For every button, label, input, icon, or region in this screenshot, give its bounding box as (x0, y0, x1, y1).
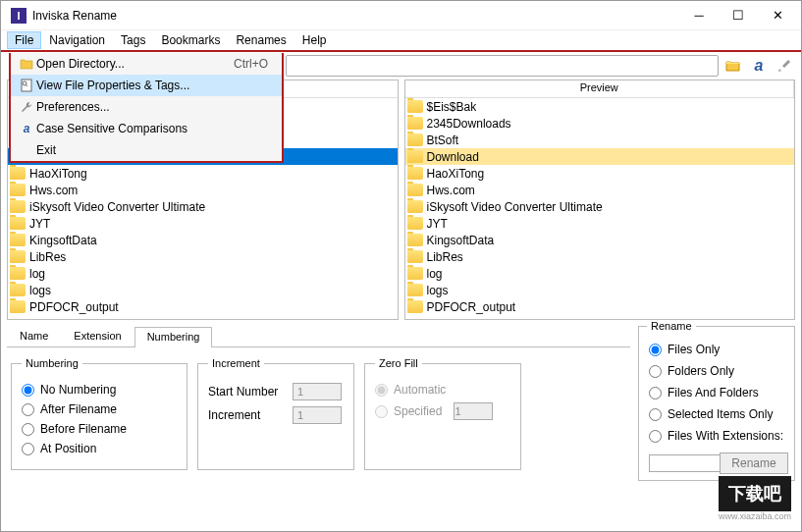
file-name-label: $Eis$Bak (427, 100, 477, 114)
letter-a-icon: a (17, 122, 36, 135)
right-file-list[interactable]: $Eis$Bak2345DownloadsBtSoftDownloadHaoXi… (405, 98, 795, 319)
list-item[interactable]: iSkysoft Video Converter Ultimate (405, 198, 795, 215)
folder-icon (407, 234, 423, 246)
properties-icon (17, 79, 36, 92)
case-toggle-button[interactable]: a (748, 55, 770, 77)
app-icon: I (11, 8, 27, 24)
file-name-label: Hws.com (29, 184, 78, 197)
menu-open-directory[interactable]: Open Directory... Ctrl+O (11, 53, 282, 75)
file-menu-dropdown: Open Directory... Ctrl+O View File Prope… (9, 53, 284, 163)
list-item[interactable]: HaoXiTong (8, 165, 398, 182)
menu-case-sensitive[interactable]: a Case Sensitive Comparisons (11, 118, 282, 139)
tab-extension[interactable]: Extension (61, 326, 134, 346)
list-item[interactable]: $Eis$Bak (405, 98, 795, 115)
radio-no-numbering[interactable]: No Numbering (22, 383, 177, 397)
folder-icon (10, 284, 26, 296)
tab-name[interactable]: Name (7, 326, 61, 346)
increment-input[interactable] (293, 406, 342, 424)
right-pane-header: Preview (405, 80, 795, 98)
radio-before-filename[interactable]: Before Filename (22, 422, 177, 436)
tab-numbering[interactable]: Numbering (134, 327, 213, 347)
file-name-label: HaoXiTong (427, 167, 485, 181)
radio-selected-only[interactable]: Selected Items Only (649, 407, 784, 421)
numbering-group: Numbering No Numbering After Filename Be… (11, 357, 187, 470)
menu-file[interactable]: File (7, 31, 41, 49)
list-item[interactable]: iSkysoft Video Converter Ultimate (8, 198, 398, 215)
file-name-label: LibRes (427, 250, 463, 264)
menu-tags[interactable]: Tags (113, 31, 153, 49)
folder-icon (407, 250, 423, 263)
open-folder-button[interactable] (722, 55, 744, 77)
list-item[interactable]: log (8, 265, 398, 282)
menu-renames[interactable]: Renames (228, 31, 294, 49)
menu-bookmarks[interactable]: Bookmarks (153, 31, 228, 49)
file-name-label: JYT (427, 217, 448, 231)
list-item[interactable]: 2345Downloads (405, 115, 795, 132)
path-input-main[interactable] (286, 55, 719, 77)
preview-column-header[interactable]: Preview (405, 80, 795, 97)
file-name-label: iSkysoft Video Converter Ultimate (427, 200, 603, 214)
list-item[interactable]: LibRes (405, 248, 795, 265)
list-item[interactable]: HaoXiTong (405, 165, 795, 182)
list-item[interactable]: LibRes (8, 248, 398, 265)
folder-icon (407, 150, 423, 163)
radio-folders-only[interactable]: Folders Only (649, 364, 784, 378)
maximize-button[interactable]: ☐ (719, 1, 758, 30)
folder-icon (407, 117, 423, 130)
menu-preferences[interactable]: Preferences... (11, 96, 282, 118)
list-item[interactable]: Download (405, 148, 795, 165)
folder-icon (407, 184, 423, 196)
folder-icon (407, 167, 423, 180)
wrench-icon (17, 100, 36, 114)
folder-icon (10, 200, 26, 213)
folder-icon (407, 300, 423, 313)
file-name-label: iSkysoft Video Converter Ultimate (29, 200, 205, 214)
tabs-area: Name Extension Numbering Numbering No Nu… (7, 326, 630, 481)
close-button[interactable]: ✕ (758, 1, 797, 30)
folder-icon (407, 133, 423, 146)
list-item[interactable]: Hws.com (405, 182, 795, 198)
bottom-panel: Name Extension Numbering Numbering No Nu… (1, 320, 801, 487)
menu-exit[interactable]: Exit (11, 139, 282, 161)
start-number-input[interactable] (293, 383, 342, 400)
list-item[interactable]: PDFOCR_output (405, 298, 795, 315)
file-name-label: 2345Downloads (427, 117, 511, 131)
file-name-label: Download (427, 150, 479, 164)
file-name-label: PDFOCR_output (29, 300, 119, 314)
zerofill-group: Zero Fill Automatic Specified (364, 357, 521, 470)
list-item[interactable]: PDFOCR_output (8, 298, 398, 315)
list-item[interactable]: JYT (8, 215, 398, 232)
file-name-label: BtSoft (427, 133, 459, 147)
list-item[interactable]: KingsoftData (405, 232, 795, 248)
file-name-label: PDFOCR_output (427, 300, 516, 314)
folder-icon (10, 167, 26, 180)
list-item[interactable]: KingsoftData (8, 232, 398, 248)
numbering-legend: Numbering (22, 357, 82, 369)
rename-button[interactable]: Rename (720, 452, 788, 474)
menu-view-properties[interactable]: View File Properties & Tags... (11, 75, 282, 96)
menu-navigation[interactable]: Navigation (41, 31, 113, 49)
start-number-field: Start Number (208, 383, 344, 400)
list-item[interactable]: logs (8, 282, 398, 298)
list-item[interactable]: Hws.com (8, 182, 398, 198)
increment-legend: Increment (208, 357, 264, 369)
list-item[interactable]: BtSoft (405, 132, 795, 148)
list-item[interactable]: log (405, 265, 795, 282)
folder-icon (10, 250, 26, 263)
radio-files-and-folders[interactable]: Files And Folders (649, 386, 784, 399)
list-item[interactable]: logs (405, 282, 795, 298)
menu-help[interactable]: Help (294, 31, 335, 49)
radio-zf-automatic[interactable]: Automatic (375, 383, 510, 397)
radio-files-with-ext[interactable]: Files With Extensions: (649, 429, 784, 443)
list-item[interactable]: JYT (405, 215, 795, 232)
menubar: File Navigation Tags Bookmarks Renames H… (1, 30, 801, 50)
folder-icon (407, 284, 423, 296)
minimize-button[interactable]: ─ (679, 1, 719, 30)
radio-files-only[interactable]: Files Only (649, 343, 784, 356)
radio-at-position[interactable]: At Position (22, 442, 177, 455)
settings-button[interactable] (774, 55, 795, 77)
zf-specified-input[interactable] (454, 402, 493, 420)
radio-zf-specified[interactable]: Specified (375, 402, 510, 420)
radio-after-filename[interactable]: After Filename (22, 402, 177, 416)
file-name-label: log (29, 267, 45, 281)
